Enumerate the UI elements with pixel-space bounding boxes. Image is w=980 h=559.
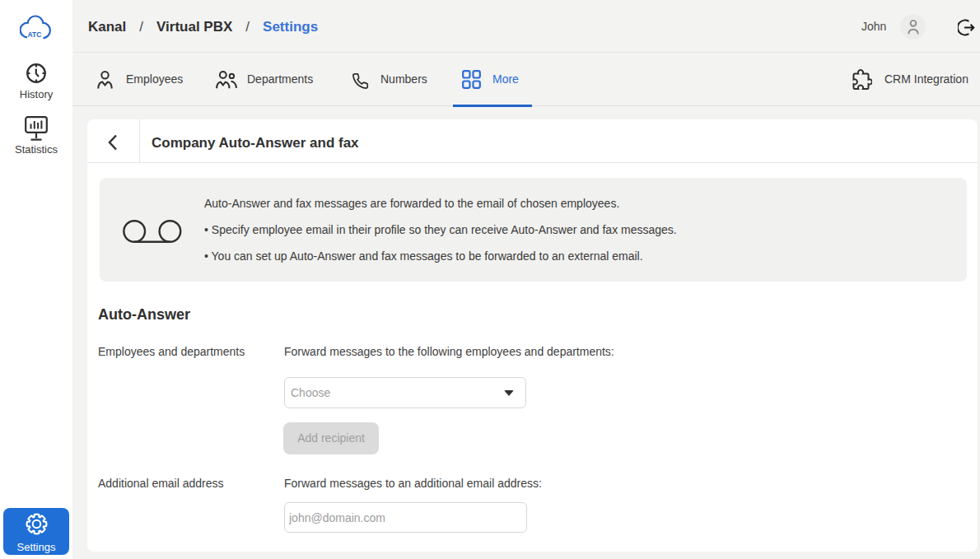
svg-text:ATC: ATC	[27, 30, 41, 39]
